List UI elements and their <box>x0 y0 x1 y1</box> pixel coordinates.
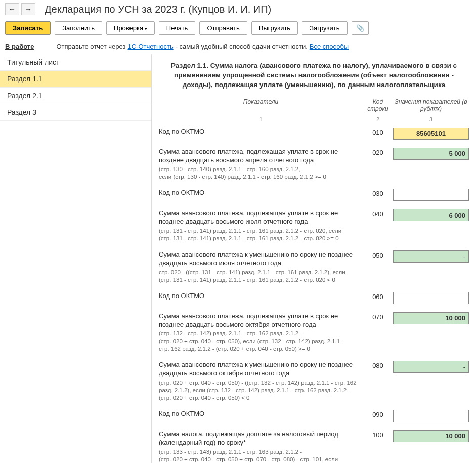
row-label: Код по ОКТМО <box>159 292 363 301</box>
sidebar-item-section-3[interactable]: Раздел 3 <box>0 104 151 121</box>
form-row: Сумма авансового платежа к уменьшению по… <box>159 361 469 402</box>
row-label: Сумма налога, подлежащая доплате за нало… <box>159 430 363 463</box>
row-formula: (стр. 132 - стр. 142) разд. 2.1.1 - стр.… <box>159 330 358 353</box>
content-panel: Раздел 1.1. Сумма налога (авансового пла… <box>152 54 476 463</box>
value-input[interactable] <box>393 189 469 201</box>
check-button[interactable]: Проверка <box>106 21 155 35</box>
sidebar-item-section-1-1[interactable]: Раздел 1.1 <box>0 71 151 88</box>
row-formula: стр. 020 - ((стр. 131 - стр. 141) разд. … <box>159 269 358 284</box>
col-sub-3: 3 <box>393 116 469 122</box>
form-row: Сумма авансового платежа к уменьшению по… <box>159 250 469 284</box>
row-formula: (стр. 130 - стр. 140) разд. 2.1.1 - стр.… <box>159 165 358 181</box>
send-button[interactable]: Отправить <box>199 21 247 35</box>
form-row: Сумма авансового платежа, подлежащая упл… <box>159 312 469 353</box>
page-title: Декларация по УСН за 2023 г. (Купцов И. … <box>45 4 271 15</box>
row-formula: (стр. 131 - стр. 141) разд. 2.1.1 - стр.… <box>159 227 358 242</box>
row-code: 100 <box>363 430 393 439</box>
value-input[interactable]: 10 000 <box>393 312 469 324</box>
row-code: 060 <box>363 292 393 301</box>
row-code: 020 <box>363 148 393 156</box>
value-input[interactable] <box>393 292 469 304</box>
reporting-link[interactable]: 1С-Отчетность <box>127 43 173 50</box>
row-formula: (стр. 020 + стр. 040 - стр. 050) - ((стр… <box>159 379 358 402</box>
col-header-indicators: Показатели <box>159 98 363 105</box>
form-row: Сумма авансового платежа, подлежащая упл… <box>159 148 469 181</box>
form-row: Код по ОКТМО030 <box>159 189 469 201</box>
row-label: Код по ОКТМО <box>159 128 363 136</box>
row-code: 080 <box>363 361 393 369</box>
save-button[interactable]: Записать <box>5 21 51 35</box>
row-code: 090 <box>363 410 393 418</box>
row-label: Сумма авансового платежа, подлежащая упл… <box>159 209 363 242</box>
row-code: 070 <box>363 312 393 321</box>
nav-forward-button[interactable]: → <box>21 3 35 15</box>
nav-back-button[interactable]: ← <box>5 3 19 15</box>
form-row: Код по ОКТМО01085605101 <box>159 128 469 140</box>
value-input[interactable]: 6 000 <box>393 209 469 221</box>
form-row: Код по ОКТМО090 <box>159 410 469 422</box>
value-input[interactable] <box>393 410 469 422</box>
info-text-2: - самый удобный способ сдачи отчетности. <box>176 43 308 50</box>
value-input[interactable]: - <box>393 250 469 263</box>
col-sub-2: 2 <box>363 116 393 122</box>
row-label: Код по ОКТМО <box>159 189 363 197</box>
form-row: Код по ОКТМО060 <box>159 292 469 304</box>
paperclip-icon: 📎 <box>356 24 364 32</box>
status-link[interactable]: В работе <box>5 43 34 50</box>
all-methods-link[interactable]: Все способы <box>310 43 349 50</box>
sidebar-item-title-page[interactable]: Титульный лист <box>0 54 151 71</box>
fill-button[interactable]: Заполнить <box>55 21 102 35</box>
row-label: Сумма авансового платежа к уменьшению по… <box>159 250 363 284</box>
print-button[interactable]: Печать <box>159 21 196 35</box>
row-code: 040 <box>363 209 393 218</box>
row-code: 010 <box>363 128 393 136</box>
info-text-1: Отправьте отчет через <box>56 43 125 50</box>
row-label: Сумма авансового платежа, подлежащая упл… <box>159 148 363 181</box>
form-row: Сумма налога, подлежащая доплате за нало… <box>159 430 469 463</box>
row-label: Сумма авансового платежа, подлежащая упл… <box>159 312 363 353</box>
section-title: Раздел 1.1. Сумма налога (авансового пла… <box>169 61 459 90</box>
form-row: Сумма авансового платежа, подлежащая упл… <box>159 209 469 242</box>
sidebar: Титульный лист Раздел 1.1 Раздел 2.1 Раз… <box>0 54 152 463</box>
row-formula: (стр. 133 - стр. 143) разд. 2.1.1 - стр.… <box>159 448 358 463</box>
value-input[interactable]: 5 000 <box>393 148 469 160</box>
col-sub-1: 1 <box>159 116 363 122</box>
col-header-code: Код строки <box>363 98 393 112</box>
row-label: Сумма авансового платежа к уменьшению по… <box>159 361 363 402</box>
sidebar-item-section-2-1[interactable]: Раздел 2.1 <box>0 88 151 104</box>
attach-button[interactable]: 📎 <box>352 21 369 35</box>
col-header-values: Значения показателей (в рублях) <box>393 98 469 112</box>
row-label: Код по ОКТМО <box>159 410 363 418</box>
value-input[interactable]: 10 000 <box>393 430 469 442</box>
upload-button[interactable]: Выгрузить <box>251 21 298 35</box>
value-input[interactable]: - <box>393 361 469 373</box>
row-code: 050 <box>363 250 393 259</box>
load-button[interactable]: Загрузить <box>302 21 347 35</box>
row-code: 030 <box>363 189 393 197</box>
value-input[interactable]: 85605101 <box>393 128 469 140</box>
